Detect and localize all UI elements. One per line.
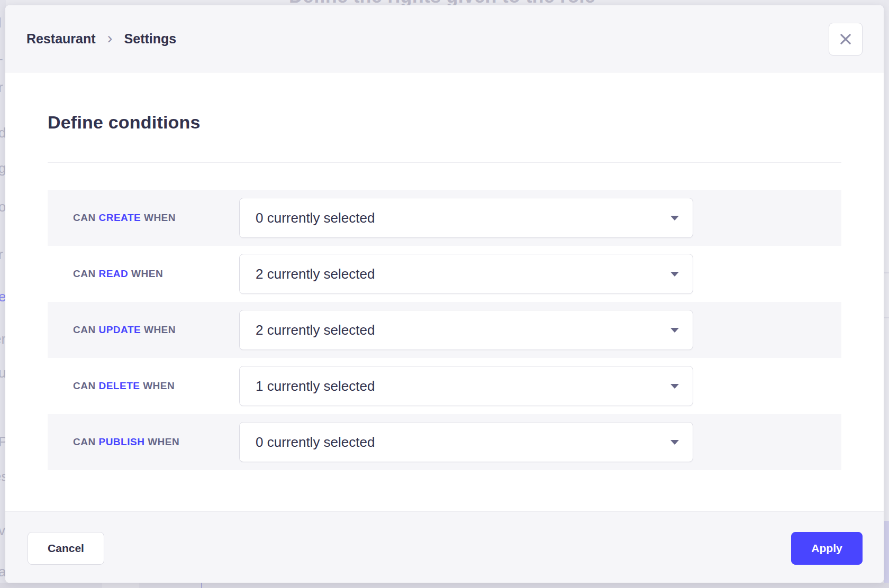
title-divider <box>48 162 841 163</box>
label-prefix: CAN <box>73 436 96 447</box>
close-button[interactable] <box>829 23 863 56</box>
breadcrumb-parent: Restaurant <box>26 31 96 47</box>
modal-header: Restaurant › Settings <box>5 5 884 72</box>
permission-label: CAN PUBLISH WHEN <box>48 436 239 448</box>
background-segment <box>102 583 139 588</box>
label-action: PUBLISH <box>98 436 144 447</box>
background-accent-segment <box>884 521 889 583</box>
page-background-right-edge <box>884 0 889 583</box>
label-prefix: CAN <box>73 268 96 279</box>
select-value: 2 currently selected <box>256 266 375 282</box>
label-action: UPDATE <box>98 324 141 335</box>
permission-row-update: CAN UPDATE WHEN 2 currently selected <box>48 302 841 358</box>
select-value: 0 currently selected <box>256 210 375 226</box>
conditions-select-delete[interactable]: 1 currently selected <box>239 366 693 406</box>
select-value: 1 currently selected <box>256 378 375 394</box>
permission-row-create: CAN CREATE WHEN 0 currently selected <box>48 190 841 246</box>
label-suffix: WHEN <box>144 324 176 335</box>
apply-button[interactable]: Apply <box>791 532 863 565</box>
background-row-line <box>884 317 889 318</box>
select-value: 2 currently selected <box>256 322 375 338</box>
select-value: 0 currently selected <box>256 434 375 451</box>
background-text-fragment: r <box>0 246 3 262</box>
chevron-down-icon <box>670 216 679 221</box>
background-text-fragment: - <box>0 51 3 67</box>
background-text-fragment: v <box>0 522 5 538</box>
permission-row-read: CAN READ WHEN 2 currently selected <box>48 246 841 302</box>
background-text-fragment: ti <box>0 396 1 411</box>
cancel-button[interactable]: Cancel <box>28 532 104 565</box>
label-suffix: WHEN <box>143 380 175 391</box>
label-suffix: WHEN <box>131 268 163 279</box>
conditions-select-update[interactable]: 2 currently selected <box>239 310 693 350</box>
page-background-bottom-strip <box>0 583 889 588</box>
background-text-fragment: r <box>0 79 3 95</box>
label-action: CREATE <box>98 212 141 223</box>
label-action: READ <box>98 268 128 279</box>
permission-label: CAN UPDATE WHEN <box>48 324 239 336</box>
chevron-down-icon <box>670 328 679 333</box>
breadcrumb-separator-icon: › <box>107 31 113 44</box>
breadcrumb-current: Settings <box>124 31 177 47</box>
permission-label: CAN CREATE WHEN <box>48 212 239 224</box>
modal-title: Define conditions <box>48 112 201 133</box>
conditions-select-create[interactable]: 0 currently selected <box>239 198 693 238</box>
permission-rows: CAN CREATE WHEN 0 currently selected CAN… <box>48 190 841 470</box>
background-row-line <box>884 272 889 273</box>
label-prefix: CAN <box>73 324 96 335</box>
modal-footer: Cancel Apply <box>5 511 884 583</box>
permission-row-delete: CAN DELETE WHEN 1 currently selected <box>48 358 841 414</box>
label-prefix: CAN <box>73 380 96 391</box>
permission-label: CAN READ WHEN <box>48 268 239 280</box>
permission-row-publish: CAN PUBLISH WHEN 0 currently selected <box>48 414 841 470</box>
permission-label: CAN DELETE WHEN <box>48 380 239 392</box>
label-suffix: WHEN <box>144 212 176 223</box>
breadcrumb: Restaurant › Settings <box>26 31 176 47</box>
close-icon <box>838 32 853 47</box>
conditions-select-read[interactable]: 2 currently selected <box>239 254 693 294</box>
label-action: DELETE <box>98 380 140 391</box>
background-text-fragment: l <box>0 15 2 31</box>
label-suffix: WHEN <box>148 436 179 447</box>
label-prefix: CAN <box>73 212 96 223</box>
chevron-down-icon <box>670 272 679 277</box>
conditions-select-publish[interactable]: 0 currently selected <box>239 422 693 462</box>
chevron-down-icon <box>670 440 679 445</box>
background-divider <box>201 583 202 588</box>
conditions-modal: Restaurant › Settings Define conditions … <box>5 5 884 583</box>
chevron-down-icon <box>670 384 679 389</box>
